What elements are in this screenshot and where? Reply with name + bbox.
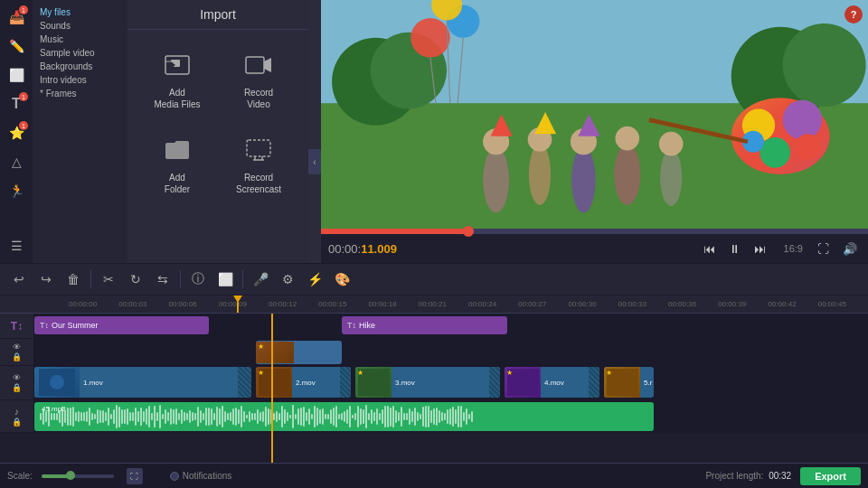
progress-bar[interactable]: [321, 229, 868, 234]
wave-bar: [289, 415, 291, 418]
clip-4-label: 4.mov: [541, 379, 568, 387]
wave-bar: [460, 406, 462, 427]
toolbar-transitions[interactable]: △: [3, 148, 30, 175]
delete-button[interactable]: 🗑: [61, 267, 85, 291]
collapse-panel-button[interactable]: ‹: [308, 149, 321, 174]
properties-button[interactable]: ⓘ: [186, 267, 210, 291]
add-folder-button[interactable]: AddFolder: [141, 128, 213, 204]
ruler-mark: 00:00:21: [419, 300, 468, 308]
video-clip-5[interactable]: ★ 5.r: [604, 367, 654, 398]
wave-bar: [97, 409, 99, 423]
rotate-button[interactable]: ↻: [124, 267, 147, 291]
fullscreen-button[interactable]: ⛶: [812, 238, 834, 259]
wave-bar: [422, 407, 424, 427]
sidebar-item-backgrounds[interactable]: Backgrounds: [33, 60, 127, 73]
video-clip-1[interactable]: 1.mov: [34, 367, 251, 398]
toolbar-edit[interactable]: ✏️: [3, 33, 30, 60]
split-button[interactable]: ⬜: [213, 267, 237, 291]
clip-1-thumb: [34, 367, 80, 398]
record-screencast-label: RecordScreencast: [236, 172, 281, 195]
overlay-clip[interactable]: ★: [256, 341, 342, 364]
notifications-dot[interactable]: [170, 472, 179, 481]
clip-5-label: 5.r: [640, 379, 654, 387]
help-button[interactable]: ?: [844, 5, 863, 23]
transition-marker-3: [489, 367, 500, 398]
wave-bar: [91, 413, 93, 419]
mic-button[interactable]: 🎤: [249, 267, 272, 291]
cut-button[interactable]: ✂: [97, 267, 120, 291]
record-screencast-button[interactable]: RecordScreencast: [222, 128, 295, 204]
wave-bar: [265, 407, 267, 426]
wave-bar: [392, 406, 394, 427]
toolbar-text[interactable]: T 1: [3, 90, 30, 117]
sidebar-item-my-files[interactable]: My files: [33, 5, 127, 19]
wave-bar: [205, 408, 207, 426]
wave-bar: [94, 414, 96, 419]
overlay-eye-icon[interactable]: 👁: [13, 343, 21, 352]
left-toolbar: 📥 1 ✏️ ⬜ T 1 ⭐ 1 △ 🏃: [0, 0, 33, 263]
fast-forward-button[interactable]: ⏭: [750, 238, 771, 259]
audio-note-icon[interactable]: ♪: [14, 407, 19, 417]
wave-bar: [287, 412, 288, 420]
wave-bar: [194, 413, 196, 420]
svg-point-22: [614, 144, 640, 205]
audio-track-content[interactable]: 45.mp3: [34, 400, 868, 432]
sidebar-item-music[interactable]: Music: [33, 33, 127, 46]
sidebar-item-intro-videos[interactable]: Intro videos: [33, 73, 127, 87]
wave-bar: [127, 408, 128, 425]
redo-button[interactable]: ↪: [34, 267, 58, 291]
toolbar-list[interactable]: ☰: [3, 232, 30, 259]
ruler-mark: 00:00:09: [219, 300, 269, 308]
video-eye-icon[interactable]: 👁: [13, 373, 21, 382]
video-clip-4[interactable]: ★ 4.mov: [505, 367, 599, 398]
wave-bar: [300, 408, 302, 427]
color-button[interactable]: 🎨: [330, 267, 354, 291]
toolbar-overlay[interactable]: ⬜: [3, 61, 30, 89]
settings-button[interactable]: ⚙: [276, 267, 299, 291]
wave-bar: [373, 412, 375, 421]
rewind-button[interactable]: ⏮: [699, 238, 721, 259]
sidebar-item-sounds[interactable]: Sounds: [33, 19, 127, 33]
zoom-fit-button[interactable]: ⛶: [127, 468, 143, 484]
undo-button[interactable]: ↩: [7, 267, 31, 291]
ruler-mark: 00:00:03: [118, 300, 168, 308]
audio-clip-1[interactable]: 45.mp3: [34, 402, 654, 431]
toolbar-effects[interactable]: ⭐ 1: [3, 119, 30, 146]
audio-lock-icon[interactable]: 🔒: [12, 418, 22, 427]
flip-button[interactable]: ⇆: [151, 267, 175, 291]
svg-point-30: [760, 137, 790, 168]
record-video-button[interactable]: RecordVideo: [222, 43, 295, 119]
sidebar-item-sample-video[interactable]: Sample video: [33, 46, 127, 60]
video-clip-3[interactable]: ★ 3.mov: [355, 367, 500, 398]
video-clip-2[interactable]: ★ 2.mov: [256, 367, 351, 398]
ruler-mark: 00:00:00: [69, 300, 118, 308]
clip-3-label: 3.mov: [392, 379, 419, 387]
wave-bar: [249, 411, 250, 422]
adjust-button[interactable]: ⚡: [303, 267, 326, 291]
svg-point-24: [660, 149, 682, 206]
import-grid: AddMedia Files RecordVideo: [127, 30, 308, 218]
title-clip-our-summer[interactable]: T↕ Our Summer: [34, 316, 209, 334]
toolbar-import[interactable]: 📥 1: [3, 4, 30, 31]
sidebar-item-frames[interactable]: * Frames: [33, 87, 127, 100]
title-clip-hike[interactable]: T↕ Hike: [342, 316, 507, 334]
title-track-content[interactable]: T↕ Our Summer T↕ Hike: [34, 314, 868, 338]
overlay-track-content[interactable]: ★: [34, 339, 868, 365]
progress-thumb[interactable]: [463, 226, 474, 237]
overlay-lock-icon[interactable]: 🔒: [12, 352, 22, 361]
add-media-files-button[interactable]: AddMedia Files: [141, 43, 213, 119]
wave-bar: [200, 410, 202, 422]
wave-bar: [335, 406, 337, 427]
video-lock-icon[interactable]: 🔒: [12, 383, 22, 392]
toolbar-motion[interactable]: 🏃: [3, 177, 30, 204]
wave-bar: [89, 408, 90, 427]
video-track-content[interactable]: 1.mov ★ 2.mov ★: [34, 366, 868, 399]
record-video-icon: [244, 52, 273, 83]
scale-thumb[interactable]: [66, 471, 75, 480]
play-pause-button[interactable]: ⏸: [724, 238, 746, 259]
wave-bar: [216, 407, 218, 427]
export-button[interactable]: Export: [800, 467, 861, 485]
volume-button[interactable]: 🔊: [839, 238, 861, 259]
scale-slider[interactable]: [42, 474, 114, 478]
wave-bar: [455, 409, 457, 424]
